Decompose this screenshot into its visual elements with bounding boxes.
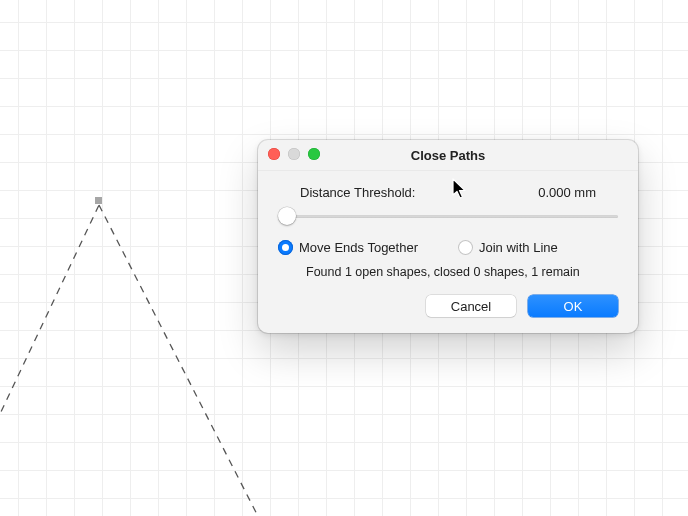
- radio-indicator-icon: [458, 240, 473, 255]
- radio-indicator-icon: [278, 240, 293, 255]
- distance-threshold-label: Distance Threshold:: [300, 185, 415, 200]
- close-window-icon[interactable]: [268, 148, 280, 160]
- close-paths-dialog: Close Paths Distance Threshold: 0.000 mm…: [258, 140, 638, 333]
- slider-thumb[interactable]: [278, 207, 296, 225]
- cancel-button[interactable]: Cancel: [426, 295, 516, 317]
- distance-threshold-value: 0.000 mm: [538, 185, 596, 200]
- dialog-title: Close Paths: [411, 148, 485, 163]
- close-method-radio-group: Move Ends Together Join with Line: [278, 240, 618, 255]
- radio-option-move-ends[interactable]: Move Ends Together: [278, 240, 418, 255]
- status-text: Found 1 open shapes, closed 0 shapes, 1 …: [306, 265, 618, 279]
- slider-track: [278, 215, 618, 218]
- radio-label: Move Ends Together: [299, 240, 418, 255]
- path-endpoint-marker: [95, 197, 102, 204]
- minimize-window-icon[interactable]: [288, 148, 300, 160]
- ok-button[interactable]: OK: [528, 295, 618, 317]
- radio-option-join-line[interactable]: Join with Line: [458, 240, 558, 255]
- titlebar: Close Paths: [258, 140, 638, 171]
- radio-label: Join with Line: [479, 240, 558, 255]
- window-controls: [268, 148, 320, 160]
- zoom-window-icon[interactable]: [308, 148, 320, 160]
- distance-threshold-slider[interactable]: [278, 206, 618, 226]
